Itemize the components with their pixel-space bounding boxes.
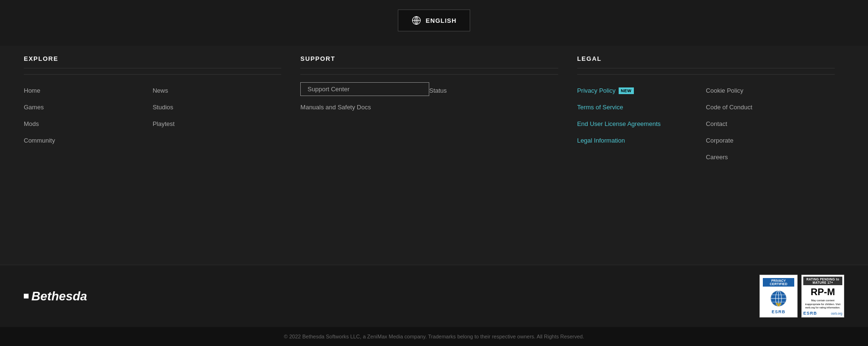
support-links: Support Center Manuals and Safety Docs S… — [300, 82, 558, 115]
contact-link[interactable]: Contact — [706, 115, 835, 132]
esrb-label: ESRB — [771, 309, 785, 314]
esrb-footer: ESRB osrb.org — [803, 311, 842, 316]
code-of-conduct-link[interactable]: Code of Conduct — [706, 99, 835, 115]
support-divider — [300, 74, 558, 75]
explore-col1: Home Games Mods Community — [24, 82, 153, 149]
legal-links: Privacy Policy NEW Terms of Service End … — [577, 82, 835, 165]
eula-link[interactable]: End User License Agreements — [577, 115, 706, 132]
rp-m-badge: RATING PENDING to MATURE 17+ RP-M May co… — [801, 275, 844, 317]
corporate-link[interactable]: Corporate — [706, 132, 835, 149]
legal-divider — [577, 74, 835, 75]
cookie-policy-link[interactable]: Cookie Policy — [706, 82, 835, 99]
copyright-bar: © 2022 Bethesda Softworks LLC, a ZeniMax… — [0, 327, 868, 346]
support-col2: Status — [429, 82, 558, 99]
language-label: ENGLISH — [426, 17, 457, 24]
copyright-text: © 2022 Bethesda Softworks LLC, a ZeniMax… — [24, 334, 844, 339]
logo-text: Bethesda — [31, 289, 87, 304]
legal-col2: Cookie Policy Code of Conduct Contact Co… — [706, 82, 835, 165]
top-bar: ENGLISH — [0, 0, 868, 46]
support-center-link[interactable]: Support Center — [300, 82, 429, 96]
rp-m-description: May contain content inappropriate for ch… — [803, 299, 842, 310]
careers-link[interactable]: Careers — [706, 149, 835, 165]
esrb-globe-icon — [769, 289, 789, 308]
terms-of-service-link[interactable]: Terms of Service — [577, 99, 706, 115]
explore-news-link[interactable]: News — [153, 82, 282, 99]
explore-home-link[interactable]: Home — [24, 82, 153, 99]
support-col1: Support Center Manuals and Safety Docs — [300, 82, 429, 115]
explore-title: EXPLORE — [24, 55, 281, 68]
legal-section: LEGAL Privacy Policy NEW Terms of Servic… — [568, 55, 844, 246]
legal-information-link[interactable]: Legal Information — [577, 132, 706, 149]
explore-section: EXPLORE Home Games Mods Community News S… — [24, 55, 291, 246]
rp-m-text: RP-M — [810, 287, 835, 298]
explore-divider — [24, 74, 281, 75]
footer-main: EXPLORE Home Games Mods Community News S… — [0, 46, 868, 265]
rp-m-content: RP-M — [810, 285, 835, 299]
svg-point-10 — [777, 304, 779, 306]
privacy-certified-title: PRIVACY CERTIFIED — [763, 278, 794, 287]
esrb-url: osrb.org — [831, 312, 842, 315]
explore-community-link[interactable]: Community — [24, 132, 153, 149]
privacy-policy-label: Privacy Policy — [577, 87, 616, 94]
legal-title: LEGAL — [577, 55, 835, 68]
privacy-certified-badge: PRIVACY CERTIFIED ESRB — [760, 275, 798, 317]
esrb-badges: PRIVACY CERTIFIED ESRB RATING PENDING to… — [760, 275, 844, 317]
manuals-link[interactable]: Manuals and Safety Docs — [300, 98, 429, 115]
explore-playtest-link[interactable]: Playtest — [153, 115, 282, 132]
globe-icon — [412, 16, 421, 25]
explore-games-link[interactable]: Games — [24, 99, 153, 115]
footer-bottom: Bethesda PRIVACY CERTIFIED ESRB RATING P… — [0, 265, 868, 327]
logo-square-icon — [24, 294, 29, 298]
status-link[interactable]: Status — [429, 82, 558, 99]
esrb-footer-label: ESRB — [803, 311, 817, 316]
new-badge: NEW — [619, 87, 634, 94]
explore-mods-link[interactable]: Mods — [24, 115, 153, 132]
support-section: SUPPORT Support Center Manuals and Safet… — [291, 55, 567, 246]
language-button[interactable]: ENGLISH — [398, 10, 471, 31]
explore-studios-link[interactable]: Studios — [153, 99, 282, 115]
privacy-policy-link[interactable]: Privacy Policy NEW — [577, 82, 706, 99]
rp-m-header: RATING PENDING to MATURE 17+ — [803, 277, 842, 285]
bethesda-logo-area: Bethesda — [24, 289, 87, 304]
explore-col2: News Studios Playtest — [153, 82, 282, 149]
explore-links: Home Games Mods Community News Studios P… — [24, 82, 281, 149]
support-title: SUPPORT — [300, 55, 558, 68]
bethesda-logo: Bethesda — [24, 289, 87, 304]
legal-col1: Privacy Policy NEW Terms of Service End … — [577, 82, 706, 165]
